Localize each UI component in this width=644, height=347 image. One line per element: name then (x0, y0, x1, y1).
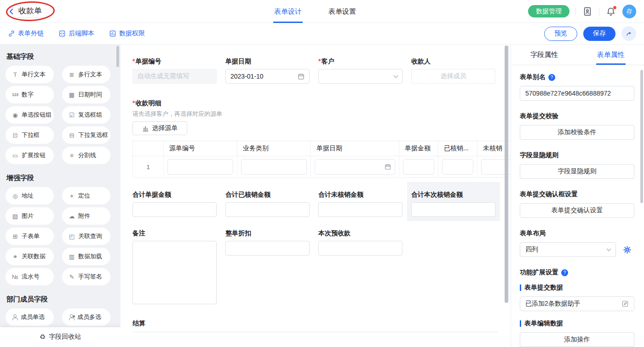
field-type-member-single[interactable]: 成员单选 (6, 308, 54, 326)
field-payee[interactable]: 收款人 选择成员 (411, 58, 495, 84)
field-bill-number[interactable]: 单据编号 自动生成无需填写 (132, 58, 217, 84)
field-type-location[interactable]: ⌖定位 (62, 187, 110, 205)
layout-gear-button[interactable] (620, 242, 634, 257)
form-alias-input[interactable]: 570988e727e9648c66888972 (520, 86, 634, 101)
field-type-image[interactable]: ▧图片 (6, 207, 54, 225)
tab-form-settings[interactable]: 表单设置 (328, 0, 356, 23)
field-total-current-write-off-selected[interactable]: 合计本次核销金额 (411, 191, 495, 217)
field-type-data-load[interactable]: ▥数据加载 (62, 248, 110, 265)
table-row: 1 (133, 156, 511, 178)
share-button[interactable] (621, 26, 636, 41)
data-manage-button[interactable]: 数据管理 (528, 5, 569, 17)
notification-bell-icon[interactable] (605, 6, 616, 17)
select-source-bill-button[interactable]: 选择源单 (132, 121, 187, 135)
field-type-divider[interactable]: ≡分割线 (62, 147, 110, 164)
field-total-not-written-off[interactable]: 合计未核销金额 (318, 191, 402, 217)
settle-section-label: 结算 (132, 319, 511, 328)
total-written-off-input[interactable] (225, 202, 310, 217)
back-button[interactable] (7, 7, 16, 16)
button-icon: ▭ (12, 153, 19, 159)
tab-form-properties[interactable]: 表单属性 (578, 45, 644, 65)
col-index (133, 141, 164, 156)
field-type-multi-line-text[interactable]: ≣多行文本 (62, 66, 110, 83)
field-type-attachment[interactable]: ☁附件 (62, 207, 110, 225)
help-icon[interactable] (548, 74, 555, 81)
preview-button[interactable]: 预览 (544, 27, 577, 41)
form-row-1: 单据编号 自动生成无需填写 单据日期 2023-01-10 客户 (132, 58, 511, 84)
field-type-radio-group[interactable]: ◉单选按钮组 (6, 106, 54, 124)
bill-date-input[interactable]: 2023-01-10 (225, 69, 310, 84)
field-type-multi-select[interactable]: ⊟下拉复选框 (62, 126, 110, 144)
payee-member-picker[interactable]: 选择成员 (411, 69, 495, 84)
field-type-linked-query[interactable]: ◰关联查询 (62, 228, 110, 245)
field-total-written-off[interactable]: 合计已核销金额 (225, 191, 310, 217)
header-right-cluster: 数据管理 存 (528, 5, 636, 18)
data-permission-button[interactable]: 数据权限 (109, 29, 145, 38)
add-operation-button[interactable]: 添加操作 (520, 332, 634, 347)
panel-scrollbar[interactable] (640, 70, 643, 203)
written-off-input[interactable] (442, 159, 473, 175)
field-order-discount[interactable]: 整单折扣 (225, 230, 310, 304)
field-type-address[interactable]: ◎地址 (6, 187, 54, 205)
contact-book-icon[interactable] (582, 6, 593, 17)
field-bill-date[interactable]: 单据日期 2023-01-10 (225, 58, 310, 84)
field-type-datetime[interactable]: ▦日期时间 (62, 86, 110, 103)
submit-validation-section: 表单提交校验 添加校验条件 (520, 112, 634, 140)
help-icon[interactable] (561, 269, 568, 276)
field-type-member-multi[interactable]: 成员多选 (62, 308, 110, 326)
page-title[interactable]: 收款单 (18, 6, 42, 17)
field-type-single-line-text[interactable]: T单行文本 (6, 66, 54, 83)
total-bill-amount-input[interactable] (132, 202, 217, 217)
customer-select[interactable] (318, 69, 402, 84)
total-not-written-off-input[interactable] (318, 202, 402, 217)
row-index-cell: 1 (133, 156, 164, 178)
advance-payment-input[interactable] (318, 241, 402, 256)
source-bill-no-input[interactable] (167, 159, 233, 175)
form-external-link-button[interactable]: 表单外链 (8, 29, 44, 38)
multiline-icon: ≣ (68, 72, 75, 78)
tab-form-design[interactable]: 表单设计 (274, 0, 302, 23)
field-customer[interactable]: 客户 (318, 58, 402, 84)
tab-field-properties[interactable]: 字段属性 (511, 45, 578, 65)
field-type-subform[interactable]: ⊞子表单 (6, 228, 54, 245)
submit-confirm-settings-button[interactable]: 表单提交确认设置 (520, 203, 634, 218)
business-type-input[interactable] (241, 159, 307, 175)
field-type-serial-number[interactable]: №流水号 (6, 268, 54, 285)
total-current-write-off-input[interactable] (411, 202, 495, 217)
bill-date-cell-input[interactable] (315, 159, 395, 175)
remark-textarea[interactable] (132, 241, 217, 304)
field-type-number[interactable]: 123数字 (6, 86, 54, 103)
canvas-scrollbar[interactable] (505, 46, 508, 303)
add-validation-button[interactable]: 添加校验条件 (520, 125, 634, 140)
linked-query-icon: ◰ (68, 233, 75, 239)
field-recycle-bin[interactable]: ♻ 字段回收站 (0, 327, 121, 347)
gear-icon (623, 245, 632, 254)
sidebar-scrollbar[interactable] (116, 46, 119, 67)
dropdown-icon: ⊡ (12, 132, 19, 138)
field-remark[interactable]: 备注 (132, 230, 217, 304)
order-discount-input[interactable] (225, 241, 310, 256)
field-type-linked-data[interactable]: ⚭关联数据 (6, 248, 54, 265)
bill-amount-input[interactable] (403, 159, 434, 175)
chevron-down-icon (607, 246, 611, 251)
bill-number-input[interactable]: 自动生成无需填写 (132, 69, 217, 84)
field-total-bill-amount[interactable]: 合计单据金额 (132, 191, 217, 217)
table-header-row: 源单编号 业务类别 单据日期 单据金额 已核销... 未核销 (133, 141, 511, 156)
submit-data-helper-box[interactable]: 已添加2条数据助手 (520, 296, 634, 311)
extension-settings-section: 功能扩展设置 表单提交数据 已添加2条数据助手 表单编辑数据 添加操作 (520, 268, 634, 347)
link-icon (8, 30, 15, 37)
field-advance-payment[interactable]: 本次预收款 (318, 230, 402, 304)
backend-script-button[interactable]: 后端脚本 (58, 29, 94, 38)
image-icon: ▧ (12, 213, 19, 219)
field-type-select[interactable]: ⊡下拉框 (6, 126, 54, 144)
field-type-extend-button[interactable]: ▭扩展按钮 (6, 147, 54, 164)
form-alias-label: 表单别名 (520, 73, 634, 81)
field-visibility-rules-button[interactable]: 字段显隐规则 (520, 164, 634, 179)
enhanced-fields-grid: ◎地址 ⌖定位 ▧图片 ☁附件 ⊞子表单 ◰关联查询 ⚭关联数据 ▥数据加载 №… (6, 187, 121, 285)
save-button[interactable]: 保存 (583, 27, 615, 41)
field-type-checkbox-group[interactable]: ☑复选框组 (62, 106, 110, 124)
submit-data-label: 表单提交数据 (520, 284, 634, 292)
field-type-signature[interactable]: ✎手写签名 (62, 268, 110, 285)
avatar[interactable]: 存 (622, 5, 636, 18)
layout-select[interactable]: 四列 (520, 242, 616, 257)
